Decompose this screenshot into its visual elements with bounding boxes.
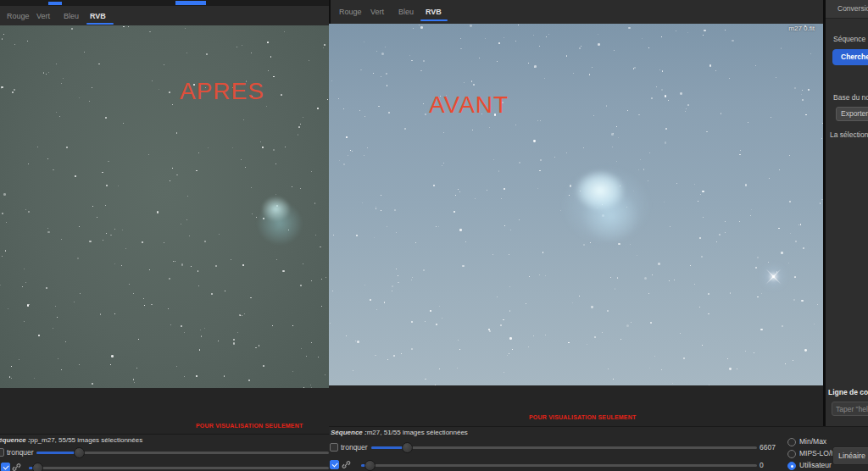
link-channels-icon[interactable] [342, 460, 351, 469]
hi-value: 6607 [760, 443, 776, 452]
nebula-m27 [248, 186, 311, 252]
hi-slider-thumb[interactable] [402, 442, 413, 453]
annotation-text: APRES [180, 78, 264, 105]
tab-rvb[interactable]: RVB [90, 11, 106, 21]
accent-decoration [48, 2, 62, 5]
display-mode-mipslohi-radio[interactable] [787, 450, 796, 458]
hi-slider-thumb[interactable] [74, 447, 85, 458]
left-window-tabbar: Rouge Vert Bleu RVB [0, 6, 329, 25]
scale-mode-dropdown[interactable]: Linéaire [832, 446, 868, 465]
lo-slider-track[interactable] [29, 467, 329, 469]
tab-bleu[interactable]: Bleu [64, 11, 79, 21]
disclaimer-text: POUR VISUALISATION SEULEMENT [196, 423, 292, 429]
lo-slider-track[interactable] [361, 464, 757, 467]
right-panel: Conversion Séquence : Chercher s Base du… [823, 0, 868, 426]
selection-label: La sélection d' [830, 130, 868, 139]
filename-label: m27 0.fit [788, 25, 815, 32]
bright-star [772, 275, 775, 278]
tab-bleu[interactable]: Bleu [398, 7, 414, 17]
truncate-label: tronquer [341, 443, 368, 452]
tab-vert[interactable]: Vert [36, 11, 50, 21]
tab-conversion[interactable]: Conversion [837, 4, 868, 13]
command-line-label: Ligne de comma [828, 388, 868, 396]
search-sequence-button[interactable]: Chercher s [832, 49, 868, 65]
truncate-checkbox[interactable] [330, 443, 338, 452]
nebula-m27 [551, 152, 665, 258]
link-channels-icon[interactable] [12, 463, 21, 471]
truncate-label: tronquer [7, 448, 34, 457]
sequence-info: pp_m27, 55/55 images sélectionnées [31, 436, 143, 444]
truncate-checkbox[interactable] [0, 448, 4, 457]
app-canvas: Rouge Vert Bleu RVB APRES POUR VISUALISA… [0, 0, 868, 471]
sequence-status: Séquence :m27, 51/55 images sélectionnée… [331, 429, 468, 436]
export-button[interactable]: Exporter la [836, 107, 868, 121]
panel-header: Conversion [826, 0, 868, 19]
base-name-label: Base du nom [833, 93, 868, 102]
accent-decoration [175, 1, 206, 5]
sequence-status: Séquence :pp_m27, 55/55 images sélection… [0, 436, 142, 444]
hi-slider-track[interactable] [371, 446, 757, 449]
lo-slider-thumb[interactable] [364, 460, 376, 471]
tab-rvb[interactable]: RVB [426, 7, 442, 17]
display-mode-minmax-radio[interactable] [787, 438, 796, 446]
lo-checkbox[interactable] [330, 460, 339, 469]
tab-rouge[interactable]: Rouge [7, 11, 30, 21]
active-tab-underline [420, 19, 448, 21]
tab-rouge[interactable]: Rouge [339, 7, 362, 17]
background-window-edge [0, 0, 329, 6]
sequence-info: m27, 51/55 images sélectionnées [367, 429, 468, 436]
sequence-label: Séquence : [0, 436, 31, 444]
active-tab-underline [86, 23, 114, 25]
main-window-tabbar: Rouge Vert Bleu RVB [329, 0, 823, 24]
scale-mode-value: Linéaire [838, 452, 865, 460]
command-input[interactable] [832, 402, 868, 416]
tab-vert[interactable]: Vert [370, 7, 384, 17]
star-field [0, 25, 329, 388]
hi-slider-fill [36, 452, 79, 454]
annotation-text: AVANT [429, 91, 509, 119]
disclaimer-text: POUR VISUALISATION SEULEMENT [529, 414, 626, 420]
left-image-view[interactable]: APRES [0, 25, 329, 388]
main-image-view[interactable]: m27 0.fit AVANT [329, 24, 823, 385]
display-mode-minmax-label[interactable]: Min/Max [799, 437, 826, 446]
display-mode-utilisateur-label[interactable]: Utilisateur [799, 461, 832, 469]
lo-checkbox[interactable] [1, 463, 10, 471]
sequence-label: Séquence : [833, 35, 868, 43]
hi-slider-fill [371, 446, 406, 449]
star-field [329, 24, 823, 385]
lo-value: 0 [760, 461, 764, 469]
lo-slider-thumb[interactable] [32, 463, 43, 471]
sequence-label: Séquence : [331, 429, 367, 436]
display-mode-utilisateur-radio[interactable] [787, 462, 796, 470]
